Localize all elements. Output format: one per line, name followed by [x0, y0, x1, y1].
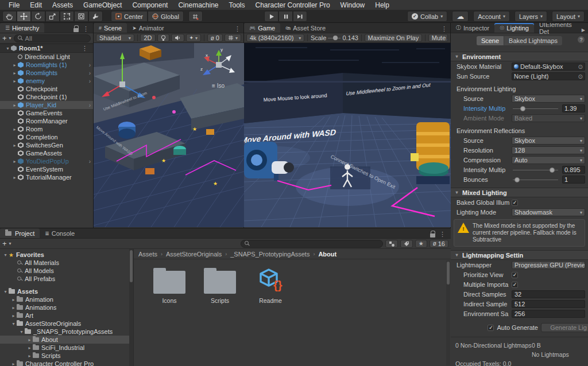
- resolution-dropdown[interactable]: 4k (3840x2160)▾: [246, 34, 304, 42]
- menu-help[interactable]: Help: [370, 1, 394, 9]
- foldout-icon[interactable]: ▸: [11, 175, 18, 180]
- layout-dropdown[interactable]: Layout▾: [552, 11, 585, 22]
- menu-gameobject[interactable]: GameObject: [78, 1, 127, 9]
- indirect-samples-field[interactable]: 512: [512, 300, 585, 308]
- hierarchy-item[interactable]: ▸YouDiedPopUp›: [0, 157, 93, 165]
- search-by-type-button[interactable]: [385, 240, 398, 248]
- hierarchy-item[interactable]: ▸enemy›: [0, 77, 93, 85]
- breadcrumb-item-current[interactable]: About: [318, 251, 336, 258]
- prefab-chevron-icon[interactable]: ›: [89, 62, 91, 68]
- lightmapping-section-header[interactable]: ▾Lightmapping Settin: [451, 250, 588, 260]
- favorites-item[interactable]: All Prefabs: [0, 275, 133, 283]
- scale-slider[interactable]: [328, 34, 341, 41]
- tab-animator[interactable]: ➤Animator: [127, 23, 169, 33]
- tab-hierarchy[interactable]: ☰Hierarchy: [0, 23, 44, 33]
- favorites-item[interactable]: All Models: [0, 267, 133, 275]
- tree-item[interactable]: ▸Animation: [0, 295, 133, 303]
- prefab-chevron-icon[interactable]: ›: [89, 102, 91, 108]
- grid-snap-icon[interactable]: [188, 11, 203, 22]
- mixed-lighting-section-header[interactable]: ▾Mixed Lighting: [451, 188, 588, 197]
- direct-samples-field[interactable]: 32: [512, 290, 585, 298]
- refl-source-dropdown[interactable]: Skybox▾: [512, 137, 585, 145]
- subtab-scene[interactable]: Scene: [477, 36, 504, 45]
- auto-generate-checkbox[interactable]: ✓: [488, 325, 494, 331]
- tree-scrollbar[interactable]: [129, 249, 133, 366]
- tab-project[interactable]: Project: [0, 228, 40, 238]
- tab-overflow-icon[interactable]: ▶: [579, 28, 588, 33]
- menu-tools[interactable]: Tools: [224, 1, 250, 9]
- tree-item[interactable]: ▾AssetStoreOriginals: [0, 320, 133, 328]
- move-tool-icon[interactable]: [17, 11, 31, 22]
- transform-tool-icon[interactable]: [74, 11, 88, 22]
- content-scrollbar[interactable]: [446, 260, 450, 365]
- create-button[interactable]: +: [2, 241, 7, 247]
- prioritize-view-checkbox[interactable]: ✓: [512, 272, 518, 278]
- prefab-chevron-icon[interactable]: ›: [89, 158, 91, 165]
- hidden-objects-toggle[interactable]: ø0: [207, 34, 223, 42]
- mute-audio-toggle[interactable]: Mute A: [428, 34, 448, 42]
- scene-audio-toggle[interactable]: [171, 34, 184, 42]
- assets-root[interactable]: ▾Assets: [0, 287, 133, 295]
- tree-item[interactable]: ▾_SNAPS_PrototypingAssets: [0, 328, 133, 336]
- tree-item[interactable]: ▸Art: [0, 312, 133, 320]
- project-search-input[interactable]: [241, 240, 383, 248]
- tab-inspector[interactable]: ⓘInspector: [451, 23, 494, 33]
- environment-samples-field[interactable]: 256: [512, 310, 585, 318]
- environment-section-header[interactable]: ▾Environment: [451, 52, 588, 61]
- help-icon[interactable]: ?: [578, 36, 585, 43]
- scene-header-row[interactable]: ▾ Room1* ⋮: [0, 44, 93, 53]
- foldout-icon[interactable]: ▸: [11, 79, 18, 84]
- lightmapper-dropdown[interactable]: Progressive GPU (Preview)▾: [512, 261, 585, 269]
- 2d-toggle[interactable]: 2D: [140, 34, 155, 42]
- prefab-chevron-icon[interactable]: ›: [89, 78, 91, 84]
- hierarchy-item[interactable]: Checkpoint (1): [0, 93, 93, 101]
- effects-dropdown[interactable]: ✦▾: [186, 34, 202, 42]
- hierarchy-item[interactable]: ▸Roomlights (1)›: [0, 61, 93, 69]
- foldout-icon[interactable]: ▾: [5, 46, 11, 51]
- scale-tool-icon[interactable]: [45, 11, 60, 22]
- tab-uielements[interactable]: UIElements Det: [534, 23, 579, 33]
- tab-asset-store[interactable]: 🛍Asset Store: [280, 23, 331, 33]
- object-picker-icon[interactable]: ⊙: [578, 64, 583, 70]
- lock-icon[interactable]: [74, 28, 79, 32]
- menu-window[interactable]: Window: [335, 1, 370, 9]
- tree-item[interactable]: ▸SciFi_Industrial: [0, 344, 133, 352]
- scene-kebab-icon[interactable]: ⋮: [79, 45, 91, 52]
- menu-file[interactable]: File: [3, 1, 25, 9]
- bounces-value-field[interactable]: 1: [562, 176, 585, 184]
- cloud-button[interactable]: ☁: [452, 11, 469, 22]
- breadcrumb-item[interactable]: _SNAPS_PrototypingAssets: [230, 251, 310, 258]
- prefab-chevron-icon[interactable]: ›: [89, 70, 91, 76]
- create-button[interactable]: +: [2, 36, 7, 41]
- tab-scene[interactable]: #Scene: [94, 23, 127, 33]
- menu-component[interactable]: Component: [127, 1, 173, 9]
- pivot-global-button[interactable]: Global: [148, 11, 184, 22]
- tab-lighting[interactable]: ☉Lighting: [494, 23, 534, 33]
- kebab-menu-icon[interactable]: ⋮: [436, 231, 448, 238]
- account-dropdown[interactable]: Account▾: [473, 11, 510, 22]
- refl-intensity-value-field[interactable]: 0.895: [562, 166, 585, 174]
- foldout-icon[interactable]: ▸: [11, 159, 18, 164]
- hierarchy-item[interactable]: GameEvents: [0, 109, 93, 117]
- hidden-packages-toggle[interactable]: ø16: [430, 240, 448, 248]
- play-button[interactable]: [264, 11, 278, 22]
- source-dropdown[interactable]: Skybox▾: [512, 95, 585, 103]
- intensity-slider[interactable]: [512, 104, 559, 112]
- hierarchy-item[interactable]: ▸Roomlights›: [0, 69, 93, 77]
- hierarchy-item-selected[interactable]: ▸Player_Kid›: [0, 101, 93, 109]
- tree-item[interactable]: ▸Animations: [0, 303, 133, 312]
- hierarchy-item[interactable]: Directional Light: [0, 53, 93, 61]
- breadcrumb-item[interactable]: Assets: [138, 251, 157, 258]
- favorites-item[interactable]: All Materials: [0, 259, 133, 267]
- lighting-mode-dropdown[interactable]: Shadowmask▾: [512, 208, 585, 216]
- sun-source-field[interactable]: None (Light)⊙: [512, 72, 585, 80]
- game-viewport[interactable]: Move Mouse to look around Use Middlewhee…: [244, 43, 451, 227]
- pivot-center-button[interactable]: Center: [111, 11, 148, 22]
- foldout-icon[interactable]: ▸: [11, 103, 18, 108]
- pause-button[interactable]: [278, 11, 293, 22]
- compression-dropdown[interactable]: Auto▾: [512, 156, 585, 164]
- custom-tool-icon[interactable]: [88, 11, 103, 22]
- menu-cinemachine[interactable]: Cinemachine: [173, 1, 223, 9]
- tab-console[interactable]: ≣Console: [40, 228, 80, 238]
- kebab-menu-icon[interactable]: ⋮: [438, 25, 450, 33]
